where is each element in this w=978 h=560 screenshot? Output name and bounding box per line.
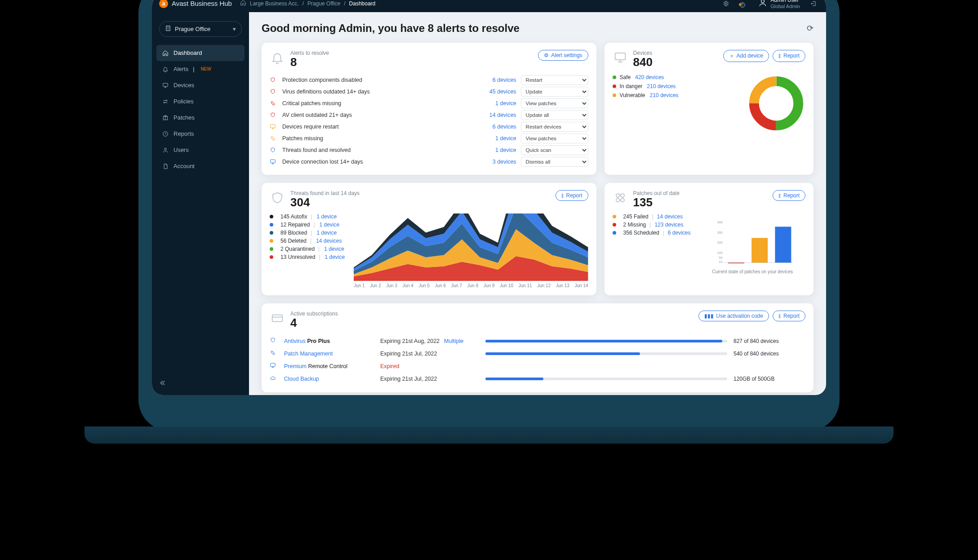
alert-devices-link[interactable]: 1 device (476, 135, 516, 142)
legend-dot (270, 223, 273, 227)
sidebar-item-label: Devices (173, 82, 194, 89)
exit-icon[interactable] (808, 0, 819, 9)
alert-devices-link[interactable]: 3 devices (476, 159, 516, 165)
sidebar-item-account[interactable]: Account (156, 158, 244, 174)
alerts-card: Alerts to resolve 8 ⚙Alert settings Prot… (262, 43, 596, 175)
alert-devices-link[interactable]: 14 devices (476, 112, 516, 118)
svg-rect-31 (272, 315, 283, 321)
legend-devices-link[interactable]: 1 device (325, 254, 345, 260)
legend-devices-link[interactable]: 1 device (317, 230, 337, 236)
svg-text:300: 300 (717, 230, 723, 234)
alert-name: Protection components disabled (282, 77, 471, 83)
alert-action-select[interactable]: Update all (521, 110, 588, 120)
bell-icon (162, 66, 169, 72)
devices-legend-row: In danger210 devices (613, 83, 679, 89)
alert-devices-link[interactable]: 1 device (476, 147, 516, 153)
svg-text:10: 10 (719, 259, 723, 263)
collapse-sidebar-button[interactable] (158, 379, 166, 389)
user-name: Admin User (771, 0, 800, 4)
patches-bar-chart: 1050100200300400 (712, 213, 793, 267)
legend-devices-link[interactable]: 14 devices (316, 238, 342, 244)
legend-count-link[interactable]: 420 devices (635, 74, 664, 80)
threats-legend-row: 2 Quarantined|1 device (270, 246, 345, 252)
legend-devices-link[interactable]: 1 device (320, 222, 340, 228)
x-tick: Jun 7 (451, 283, 462, 288)
breadcrumb-item[interactable]: Large Business Acc. (250, 0, 299, 7)
bar-chart-icon: ⫿ (778, 192, 781, 199)
legend-devices-link[interactable]: 123 devices (654, 222, 683, 228)
sidebar-item-policies[interactable]: Policies (156, 93, 244, 110)
alert-settings-button[interactable]: ⚙Alert settings (538, 50, 588, 61)
alert-devices-link[interactable]: 1 device (476, 100, 516, 107)
alert-action-select[interactable]: View patches (521, 133, 588, 143)
patches-count: 135 (633, 196, 680, 208)
activation-code-button[interactable]: ▮▮▮Use activation code (698, 311, 769, 321)
bar-chart-icon: ⫿ (778, 313, 781, 319)
patches-legend-row: 356 Scheduled|6 devices (613, 230, 691, 236)
sidebar-item-reports[interactable]: Reports (156, 126, 244, 142)
legend-value: 56 Deleted (280, 238, 307, 244)
sidebar-item-users[interactable]: Users (156, 142, 244, 158)
alert-row: Devices require restart 6 devices Restar… (270, 121, 588, 133)
alert-action-select[interactable]: View patches (521, 98, 588, 108)
alert-action-select[interactable]: Dismiss all (521, 157, 588, 167)
multiple-link[interactable]: Multiple (444, 338, 463, 344)
subscription-name-link[interactable]: Cloud Backup (284, 376, 374, 382)
legend-dot (613, 231, 616, 235)
settings-icon[interactable] (720, 0, 731, 9)
alert-row: Device connection lost 14+ days 3 device… (270, 156, 588, 168)
alert-action-select[interactable]: Update (521, 87, 588, 97)
usage-bar (485, 378, 727, 380)
add-device-button[interactable]: ＋Add device (723, 50, 769, 62)
alert-action-select[interactable]: Restart devices (521, 122, 588, 132)
sidebar-item-devices[interactable]: Devices (156, 77, 244, 93)
breadcrumb-item[interactable]: Prague Office (307, 0, 340, 7)
legend-count-link[interactable]: 210 devices (650, 92, 679, 98)
alert-name: Patches missing (282, 135, 471, 142)
subs-report-button[interactable]: ⫿Report (773, 311, 805, 321)
subscription-expiry: Expiring 21st Jul, 2022 (380, 351, 479, 357)
home-icon[interactable] (240, 0, 246, 7)
refresh-icon[interactable]: ⟳ (807, 23, 814, 33)
svg-rect-4 (166, 26, 170, 31)
legend-devices-link[interactable]: 1 device (317, 213, 337, 220)
alert-action-select[interactable]: Quick scan (521, 145, 588, 155)
card-icon (270, 311, 285, 326)
legend-count-link[interactable]: 210 devices (647, 83, 676, 89)
x-tick: Jun 12 (537, 283, 551, 288)
devices-report-button[interactable]: ⫿Report (773, 50, 805, 62)
sidebar-item-alerts[interactable]: Alerts|NEW (156, 61, 244, 77)
legend-dot (613, 93, 616, 97)
user-menu[interactable]: Admin User Global Admin (758, 0, 800, 9)
site-selector[interactable]: Prague Office ▾ (159, 21, 242, 37)
devices-count: 840 (633, 56, 653, 68)
patches-report-button[interactable]: ⫿Report (773, 190, 805, 201)
legend-devices-link[interactable]: 1 device (324, 246, 344, 252)
legend-value: 12 Repaired (280, 222, 310, 228)
subscription-usage: 540 of 840 devices (734, 351, 805, 357)
help-icon[interactable] (739, 2, 743, 5)
subscription-name-link[interactable]: Antivirus Pro Plus (284, 338, 374, 344)
threats-report-button[interactable]: ⫿Report (556, 190, 588, 201)
svg-text:400: 400 (717, 220, 723, 224)
legend-dot (613, 223, 616, 227)
legend-devices-link[interactable]: 6 devices (668, 230, 691, 236)
brand[interactable]: a Avast Business Hub (159, 0, 232, 8)
patches-legend-row: 2 Missing|123 devices (613, 222, 691, 228)
shield-icon (270, 190, 285, 205)
site-selector-label: Prague Office (175, 26, 210, 32)
usage-bar (485, 340, 727, 342)
sidebar-item-dashboard[interactable]: Dashboard (156, 45, 244, 61)
legend-devices-link[interactable]: 14 devices (657, 213, 683, 220)
alert-devices-link[interactable]: 6 devices (476, 124, 516, 130)
monitor-icon (270, 362, 278, 370)
subscription-name-link[interactable]: Patch Management (284, 351, 374, 357)
subscription-name-link[interactable]: Premium Remote Control (284, 363, 374, 369)
legend-label: Vulnerable (620, 92, 645, 98)
alert-action-select[interactable]: Restart (521, 75, 588, 85)
sidebar-item-patches[interactable]: Patches (156, 110, 244, 126)
legend-value: 145 Autofix (280, 213, 307, 220)
x-tick: Jun 10 (500, 283, 513, 288)
alert-devices-link[interactable]: 45 devices (476, 89, 516, 95)
alert-devices-link[interactable]: 6 devices (476, 77, 516, 83)
